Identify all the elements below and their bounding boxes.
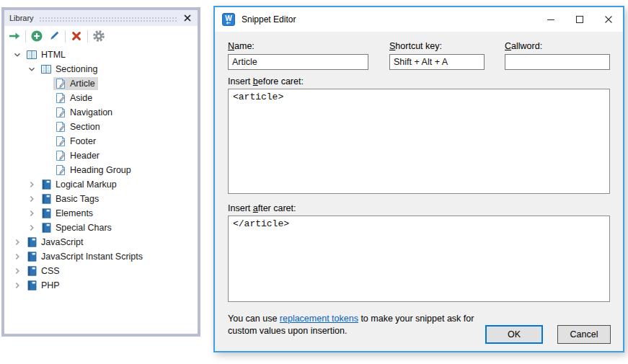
tree-item-label: JavaScript [41, 237, 83, 247]
add-icon[interactable] [30, 30, 43, 43]
chevron-icon[interactable] [12, 280, 23, 291]
tree-item[interactable]: Aside [4, 91, 198, 105]
snippet-icon [55, 150, 66, 161]
tree-item-label: Article [70, 79, 95, 89]
chevron-icon[interactable] [26, 179, 37, 190]
settings-gear-icon[interactable] [92, 30, 105, 43]
closed-book-icon [40, 193, 52, 205]
name-label: Name: [228, 41, 255, 51]
library-toolbar [4, 26, 198, 46]
tree-item-label: Header [70, 151, 99, 161]
edit-pencil-icon[interactable] [48, 30, 61, 43]
tree-item-label: Sectioning [56, 64, 97, 74]
chevron-icon[interactable] [26, 193, 37, 205]
tree-item-label: Elements [56, 208, 93, 218]
chevron-icon[interactable] [12, 49, 23, 61]
callword-label: Callword: [505, 41, 542, 51]
tree-item[interactable]: Special Chars [4, 221, 198, 235]
tree-item-label: Footer [70, 136, 96, 146]
app-logo-icon: W [222, 13, 235, 26]
chevron-icon[interactable] [26, 63, 37, 75]
chevron-icon[interactable] [26, 222, 37, 234]
tree-item[interactable]: Basic Tags [4, 192, 198, 206]
snippet-icon [55, 107, 66, 118]
chevron-icon[interactable] [12, 251, 23, 262]
closed-book-icon [26, 265, 37, 277]
chevron-icon[interactable] [26, 208, 37, 219]
name-input[interactable] [228, 54, 368, 70]
tree-item-label: HTML [41, 50, 66, 60]
tree-item[interactable]: Header [4, 148, 198, 163]
tree-item-label: Aside [70, 93, 92, 103]
snippet-icon [55, 121, 66, 133]
library-tree: HTML [4, 46, 198, 293]
delete-x-icon[interactable] [70, 30, 83, 43]
tree-item-label: Basic Tags [56, 194, 99, 204]
tree-item[interactable]: Logical Markup [4, 177, 198, 192]
snippet-editor-dialog: W Snippet Editor Name: Short [213, 6, 624, 352]
tree-item[interactable]: Article [4, 76, 198, 91]
tree-item[interactable]: HTML [4, 48, 198, 62]
dialog-titlebar[interactable]: W Snippet Editor [215, 7, 623, 32]
shortcut-key-label: Shortcut key: [389, 41, 442, 51]
closed-book-icon [26, 251, 37, 262]
tree-item-label: Navigation [70, 107, 112, 117]
svg-text:W: W [225, 14, 232, 22]
snippet-icon [55, 92, 66, 104]
close-button[interactable] [594, 7, 623, 32]
insert-after-caret-textarea[interactable] [228, 216, 610, 302]
tree-item[interactable]: Footer [4, 134, 198, 148]
tree-item[interactable]: PHP [4, 278, 198, 293]
library-panel: Library [1, 7, 200, 337]
toolbar-separator [65, 30, 66, 43]
library-titlebar[interactable]: Library [4, 10, 198, 26]
insert-arrow-icon[interactable] [8, 30, 21, 43]
chevron-icon[interactable] [12, 236, 23, 248]
maximize-button[interactable] [565, 7, 594, 32]
dialog-title: Snippet Editor [242, 14, 296, 25]
tree-item[interactable]: JavaScript [4, 235, 198, 249]
insert-after-caret-label: Insert after caret: [228, 203, 296, 213]
tree-item[interactable]: Elements [4, 206, 198, 221]
replacement-tokens-link[interactable]: replacement tokens [280, 314, 358, 324]
tree-item[interactable]: CSS [4, 264, 198, 278]
insert-before-caret-textarea[interactable] [228, 89, 610, 194]
tree-item[interactable]: JavaScript Instant Scripts [4, 249, 198, 264]
toolbar-separator [25, 30, 26, 43]
window-controls [536, 7, 623, 32]
closed-book-icon [40, 208, 52, 219]
close-icon[interactable] [182, 12, 193, 24]
tree-item[interactable]: Section [4, 120, 198, 134]
open-book-icon [26, 49, 37, 61]
open-book-icon [40, 63, 52, 75]
tree-item-label: Logical Markup [56, 179, 117, 190]
tree-item-label: Heading Group [70, 165, 131, 175]
drag-grip[interactable] [39, 17, 177, 22]
tree-item[interactable]: Sectioning [4, 62, 198, 76]
library-panel-title: Library [9, 14, 34, 22]
tree-item-label: CSS [41, 266, 60, 276]
snippet-icon [55, 136, 66, 147]
tree-item[interactable]: Heading Group [4, 163, 198, 177]
ok-button[interactable]: OK [485, 325, 543, 344]
closed-book-icon [40, 222, 52, 234]
tree-item-label: PHP [41, 280, 60, 290]
snippet-icon [55, 78, 66, 89]
snippet-icon [55, 164, 66, 176]
chevron-icon[interactable] [12, 265, 23, 277]
tree-item[interactable]: Navigation [4, 105, 198, 120]
tree-item-label: Section [70, 122, 100, 132]
callword-input[interactable] [505, 54, 610, 70]
tree-item-label: Special Chars [56, 223, 112, 233]
insert-before-caret-label: Insert before caret: [228, 76, 304, 86]
cancel-button[interactable]: Cancel [557, 325, 611, 344]
replacement-tokens-note: You can use replacement tokens to make y… [228, 313, 482, 337]
shortcut-key-input[interactable] [389, 54, 485, 70]
toolbar-separator [87, 30, 88, 43]
closed-book-icon [26, 236, 37, 248]
minimize-button[interactable] [536, 7, 565, 32]
closed-book-icon [26, 280, 37, 291]
tree-item-label: JavaScript Instant Scripts [41, 252, 143, 262]
closed-book-icon [40, 179, 52, 190]
desktop: Library [0, 0, 628, 364]
